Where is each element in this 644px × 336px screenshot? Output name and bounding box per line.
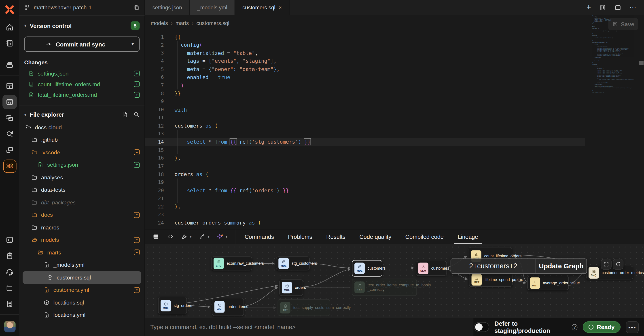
commit-and-sync-button[interactable]: Commit and sync ▾ bbox=[24, 36, 140, 52]
code-line[interactable]: 6 enabled = true bbox=[145, 73, 585, 81]
code-line[interactable]: 5 meta = {"owner": "data-team"}, bbox=[145, 65, 585, 73]
changed-file[interactable]: total_lifetime_orders.md+ bbox=[19, 89, 144, 100]
help-icon[interactable]: ? bbox=[572, 324, 577, 330]
panel-tab-problems[interactable]: Problems bbox=[281, 229, 319, 244]
graph-lens-overlay[interactable]: 2+customers+2 Update Graph bbox=[450, 259, 587, 274]
tree-item-macros[interactable]: macros bbox=[19, 221, 144, 234]
tree-item-analyses[interactable]: analyses bbox=[19, 171, 144, 184]
lineage-node-test_order_items_compute_to_bools_correctly[interactable]: TSTtest_order_items_compute_to_bools _co… bbox=[352, 279, 417, 296]
code-line[interactable]: 14 select * from {{ ref('stg_customers')… bbox=[145, 138, 585, 146]
tab-customers-sql[interactable]: customers.sql× bbox=[235, 0, 290, 15]
book-icon[interactable] bbox=[0, 280, 19, 296]
tree-item-locations.yml[interactable]: locations.yml bbox=[19, 309, 144, 321]
code-line[interactable]: 23 bbox=[145, 211, 585, 219]
search-icon[interactable] bbox=[133, 111, 140, 118]
code-line[interactable]: 9 bbox=[145, 97, 585, 105]
file-explorer-header[interactable]: ▾ File explorer bbox=[19, 105, 144, 121]
code-editor-icon[interactable] bbox=[0, 94, 19, 110]
tree-item-.github[interactable]: .github bbox=[19, 134, 144, 146]
building-icon[interactable] bbox=[0, 296, 19, 312]
command-input[interactable]: Type a command, ex. dbt build --select <… bbox=[145, 318, 474, 336]
code-line[interactable]: 7 ) bbox=[145, 81, 585, 89]
tree-item-docs-cloud[interactable]: docs-cloud bbox=[19, 121, 144, 134]
code-line[interactable]: 2 config( bbox=[145, 41, 585, 49]
lineage-node-average_order_value[interactable]: METaverage_order_value bbox=[527, 276, 569, 290]
home-icon[interactable] bbox=[0, 19, 19, 35]
tree-item-models[interactable]: models bbox=[19, 234, 144, 246]
lineage-node-stg_customers[interactable]: MDLstg_customers bbox=[276, 257, 310, 270]
editor-more-icon[interactable]: ⋯ bbox=[630, 3, 636, 11]
panel-tab-commands[interactable]: Commands bbox=[238, 229, 281, 244]
editor-scrollbar[interactable] bbox=[639, 15, 644, 229]
commit-options-caret[interactable]: ▾ bbox=[126, 37, 139, 51]
changed-file[interactable]: settings.json+ bbox=[19, 68, 144, 79]
code-line[interactable]: 22), bbox=[145, 203, 585, 211]
tree-item-settings.json[interactable]: settings.json+ bbox=[19, 159, 144, 171]
code-line[interactable]: 21 bbox=[145, 195, 585, 203]
update-graph-button[interactable]: Update Graph bbox=[536, 259, 586, 273]
new-tab-icon[interactable]: + bbox=[586, 3, 591, 12]
fullscreen-button[interactable] bbox=[601, 259, 612, 270]
atom-icon[interactable] bbox=[0, 158, 19, 174]
tree-item-customers.yml[interactable]: customers.yml bbox=[19, 284, 144, 296]
lineage-node-customers[interactable]: MDLcustomers bbox=[352, 260, 382, 276]
headset-icon[interactable] bbox=[0, 264, 19, 280]
new-file-icon[interactable] bbox=[122, 111, 128, 118]
branch-name[interactable]: matthewshaver-patch-1 bbox=[34, 4, 134, 11]
code-line[interactable]: 16), bbox=[145, 154, 585, 162]
code-line[interactable]: 17 bbox=[145, 162, 585, 170]
tree-item-.vscode[interactable]: .vscode bbox=[19, 146, 144, 159]
notebook-panel-icon[interactable] bbox=[599, 4, 606, 11]
tray-icon[interactable] bbox=[0, 56, 19, 73]
tree-item-docs[interactable]: docs bbox=[19, 209, 144, 221]
code-editor[interactable]: models›marts›customers.sql Save 1{{2 con… bbox=[145, 15, 644, 229]
dashboard-icon[interactable] bbox=[0, 78, 19, 94]
tree-item-customers.sql[interactable]: customers.sql bbox=[22, 271, 141, 284]
lineage-node-stg_orders[interactable]: MDLstg_orders bbox=[158, 297, 187, 314]
build-wrench-icon[interactable]: ▾ bbox=[181, 233, 192, 240]
code-line[interactable]: 15 bbox=[145, 146, 585, 154]
panel-tab-code-quality[interactable]: Code quality bbox=[352, 229, 398, 244]
graph-selector-input[interactable]: 2+customers+2 bbox=[451, 259, 536, 273]
chevron-down-icon[interactable]: ▾ bbox=[208, 235, 210, 239]
close-tab-icon[interactable]: × bbox=[278, 4, 282, 10]
code-line[interactable]: 20 select * from {{ ref('orders') }} bbox=[145, 186, 585, 194]
dbt-logo-icon[interactable] bbox=[0, 0, 19, 19]
lineage-node-order_items[interactable]: MDLorder_items bbox=[212, 298, 244, 316]
notebook-icon[interactable] bbox=[0, 35, 19, 51]
tree-item-locations.sql[interactable]: locations.sql bbox=[19, 296, 144, 309]
compile-code-icon[interactable] bbox=[167, 233, 174, 240]
tree-item-data-tests[interactable]: data-tests bbox=[19, 184, 144, 196]
code-line[interactable]: 19 bbox=[145, 178, 585, 186]
code-line[interactable]: 8}} bbox=[145, 89, 585, 97]
lineage-node-lifetime_spend_pretax[interactable]: METlifetime_spend_pretax bbox=[469, 273, 513, 287]
ai-sparkle-icon[interactable]: ▾ bbox=[217, 233, 228, 240]
preview-table-icon[interactable] bbox=[152, 233, 159, 240]
lineage-node-customers_semantic[interactable]: SEMcustomers bbox=[416, 261, 447, 276]
tab-settings-json[interactable]: settings.json bbox=[145, 0, 190, 15]
windows-icon[interactable] bbox=[0, 142, 19, 158]
lineage-node-ecom.raw_customers[interactable]: SRCecom.raw_customers bbox=[211, 257, 252, 270]
code-line[interactable]: 10with bbox=[145, 106, 585, 114]
chevron-down-icon[interactable]: ▾ bbox=[226, 235, 227, 239]
lineage-canvas[interactable]: SRCecom.raw_customersMDLstg_customersMDL… bbox=[145, 244, 644, 318]
terminal-icon[interactable] bbox=[0, 232, 19, 248]
query-search-icon[interactable] bbox=[0, 126, 19, 142]
changed-file[interactable]: count_lifetime_orders.md+ bbox=[19, 79, 144, 90]
lineage-node-orders[interactable]: MDLorders bbox=[279, 280, 303, 296]
panel-tab-results[interactable]: Results bbox=[319, 229, 352, 244]
refresh-graph-button[interactable] bbox=[613, 259, 624, 270]
clipboard-icon[interactable] bbox=[0, 248, 19, 264]
tree-item-_models.yml[interactable]: _models.yml bbox=[19, 259, 144, 271]
code-line[interactable]: 12customers as ( bbox=[145, 122, 585, 130]
code-line[interactable]: 18orders as ( bbox=[145, 170, 585, 178]
lineage-node-test_supply_costs_sum_correctly[interactable]: TSTtest_supply_costs_sum_correctly bbox=[278, 299, 330, 316]
user-avatar[interactable] bbox=[0, 317, 19, 336]
code-line[interactable]: 24customer_orders_summary as ( bbox=[145, 219, 585, 227]
copy-icon[interactable] bbox=[134, 4, 140, 11]
code-line[interactable]: 13 bbox=[145, 130, 585, 138]
version-control-header[interactable]: ▾ Version control 5 bbox=[19, 16, 144, 32]
chevron-down-icon[interactable]: ▾ bbox=[190, 235, 192, 239]
panel-tab-lineage[interactable]: Lineage bbox=[450, 229, 485, 244]
status-ready-badge[interactable]: Ready bbox=[583, 321, 620, 333]
